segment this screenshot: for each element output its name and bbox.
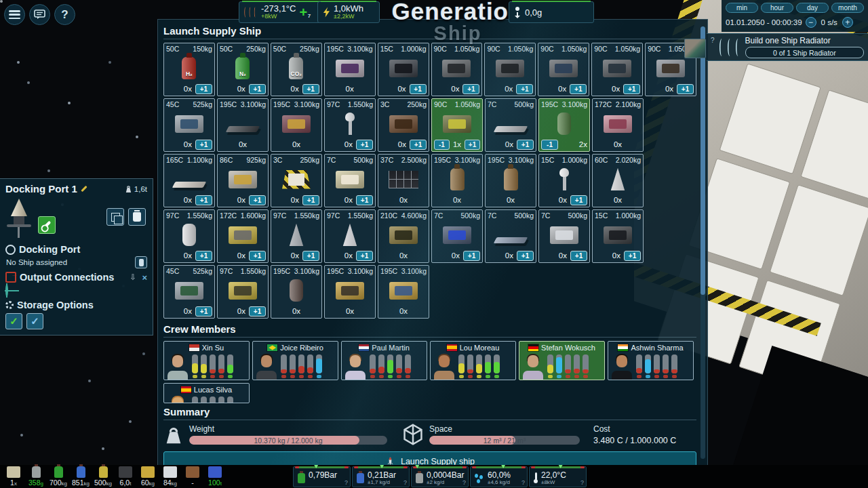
task-panel[interactable]: ? Build one Ship Radiator 0 of 1 Ship Ra… (707, 33, 868, 61)
increase-button[interactable]: +1 (570, 84, 587, 94)
temperature-gauge[interactable]: -273,1°C +8kW +7 (239, 1, 324, 23)
supply-cell[interactable]: 7C500kg0x+1 (485, 209, 536, 263)
decrease-button[interactable]: -1 (541, 140, 558, 150)
increase-button[interactable]: +1 (517, 251, 534, 261)
increase-button[interactable]: +1 (570, 251, 587, 261)
supply-cell[interactable]: 7C500kg0x+1 (324, 154, 376, 207)
time-step-hour[interactable]: hour (761, 3, 793, 13)
increase-button[interactable]: +1 (410, 140, 427, 150)
supply-cell[interactable]: 15C1.000kg0x+1 (378, 43, 429, 96)
storage-toggle-import[interactable]: ✓ (5, 313, 22, 329)
increase-button[interactable]: +1 (624, 251, 641, 261)
increase-button[interactable]: +1 (410, 84, 427, 94)
supply-cell[interactable]: 97C1.550kg0x+1 (271, 209, 322, 263)
supply-cell[interactable]: 97C1.550kg0x+1 (163, 209, 215, 263)
supply-cell[interactable]: 195C3.100kg0x (431, 154, 483, 207)
supply-cell[interactable]: 195C3.100kg0x (324, 265, 376, 319)
crew-card[interactable]: Ashwin Sharma (608, 341, 694, 380)
increase-button[interactable]: +1 (356, 140, 373, 150)
supply-cell[interactable]: 195C3.100kg-12x (538, 98, 590, 152)
increase-button[interactable]: +1 (195, 140, 212, 150)
supply-cell[interactable]: 90C1.050kg0x+1 (538, 43, 589, 96)
supply-cell[interactable]: 7C500kg0x+1 (485, 98, 536, 152)
gauge-help-icon[interactable]: ? (403, 479, 407, 486)
increase-button[interactable]: +1 (195, 195, 212, 205)
supply-cell[interactable]: 172C2.100kg0x (592, 98, 644, 152)
increase-button[interactable]: +1 (249, 306, 266, 317)
increase-button[interactable]: +1 (356, 195, 373, 205)
supply-cell[interactable]: 97C1.550kg0x+1 (324, 98, 376, 152)
supply-cell[interactable]: 37C2.500kg0x (378, 154, 429, 207)
supply-cell[interactable]: 15C1.000kg0x+1 (592, 209, 644, 263)
chat-button[interactable] (29, 4, 50, 25)
crew-card[interactable]: Joice Ribeiro (252, 341, 338, 380)
increase-button[interactable]: +1 (302, 251, 319, 261)
supply-cell[interactable]: 7C500kg0x+1 (538, 209, 590, 263)
supply-cell[interactable]: 165C1.100kg0x+1 (163, 154, 215, 207)
o2-pressure-gauge[interactable]: 0,21Bar±1,7 kg/d? (352, 466, 410, 487)
edit-icon[interactable] (81, 186, 87, 192)
configure-button[interactable] (38, 216, 56, 234)
humidity-gauge[interactable]: 60,0%±4,6 kg/d? (470, 466, 528, 487)
increase-button[interactable]: +1 (302, 84, 319, 94)
supply-cell[interactable]: 60C2.020kg0x (592, 154, 644, 207)
panel-scrollbar[interactable] (701, 26, 705, 459)
select-target-button[interactable] (5, 285, 8, 296)
speed-increase-button[interactable]: + (842, 17, 853, 28)
supply-cell[interactable]: 195C3.100kg0x (271, 265, 322, 319)
increase-button[interactable]: +1 (356, 251, 373, 261)
supply-cell[interactable]: 45C525kg0x+1 (163, 265, 215, 319)
co2-pressure-gauge[interactable]: 0,0004Bar±2 kg/d? (411, 466, 469, 487)
gauge-help-icon[interactable]: ? (521, 479, 525, 486)
power-gauge[interactable]: 1,0kWh ±2,2kW (317, 1, 380, 23)
crew-card[interactable]: Lucas Silva (163, 383, 250, 403)
supply-cell[interactable]: 195C3.100kg0x (485, 154, 536, 207)
speed-decrease-button[interactable]: − (806, 17, 816, 28)
supply-cell[interactable]: 86C925kg0x+1 (217, 154, 269, 207)
increase-button[interactable]: +1 (465, 140, 480, 150)
decrease-button[interactable]: -1 (434, 140, 450, 150)
increase-button[interactable]: +1 (623, 84, 640, 94)
increase-button[interactable]: +1 (517, 140, 534, 150)
gauge-help-icon[interactable]: ? (580, 479, 584, 486)
supply-cell[interactable]: 50C250kgN₂0x+1 (217, 43, 269, 96)
supply-cell[interactable]: 90C1.050kg0x+1 (484, 43, 536, 96)
supply-cell[interactable]: 195C3.100kg0x (324, 43, 376, 96)
supply-cell[interactable]: 90C1.050kg-11x+1 (431, 98, 483, 152)
supply-cell[interactable]: 195C3.100kg0x (378, 265, 429, 319)
increase-button[interactable]: +1 (463, 251, 480, 261)
increase-button[interactable]: +1 (570, 195, 587, 205)
import-icon[interactable]: ⇩ (130, 272, 136, 282)
increase-button[interactable]: +1 (516, 84, 533, 94)
crew-card[interactable]: Xin Su (163, 341, 250, 380)
supply-cell[interactable]: 3C250kg0x+1 (271, 154, 322, 207)
supply-cell[interactable]: 3C250kg0x+1 (378, 98, 429, 152)
supply-cell[interactable]: 90C1.050kg0x+1 (591, 43, 643, 96)
crew-card[interactable]: Stefan Wokusch (519, 341, 605, 380)
increase-button[interactable]: +1 (677, 84, 694, 94)
supply-cell[interactable]: 50C250kgCO₂0x+1 (271, 43, 322, 96)
increase-button[interactable]: +1 (462, 84, 479, 94)
gravity-gauge[interactable]: 0,0g (509, 1, 594, 23)
increase-button[interactable]: +1 (249, 251, 266, 261)
crew-card[interactable]: Paul Martin (341, 341, 427, 380)
increase-button[interactable]: +1 (195, 251, 212, 261)
increase-button[interactable]: +1 (249, 84, 266, 94)
assign-ship-button[interactable] (135, 256, 147, 268)
copy-button[interactable] (106, 208, 124, 226)
supply-cell[interactable]: 7C500kg0x+1 (431, 209, 483, 263)
supply-cell[interactable]: 97C1.550kg0x+1 (324, 209, 376, 263)
delete-button[interactable] (128, 208, 146, 226)
n2-pressure-gauge[interactable]: 0,79Bar? (293, 466, 351, 487)
crew-card[interactable]: Lou Moreau (430, 341, 516, 380)
storage-toggle-export[interactable]: ✓ (26, 313, 43, 329)
supply-cell[interactable]: 45C525kg0x+1 (163, 98, 215, 152)
disconnect-icon[interactable]: × (142, 272, 147, 283)
increase-button[interactable]: +1 (249, 195, 266, 205)
supply-cell[interactable]: 15C1.000kg0x+1 (538, 154, 590, 207)
time-step-month[interactable]: month (831, 3, 864, 13)
help-button[interactable]: ? (54, 4, 75, 25)
supply-cell[interactable]: 195C3.100kg0x (271, 98, 322, 152)
time-step-min[interactable]: min (726, 3, 758, 13)
cabin-temperature-gauge[interactable]: 22,0°C±8kW? (529, 466, 587, 487)
